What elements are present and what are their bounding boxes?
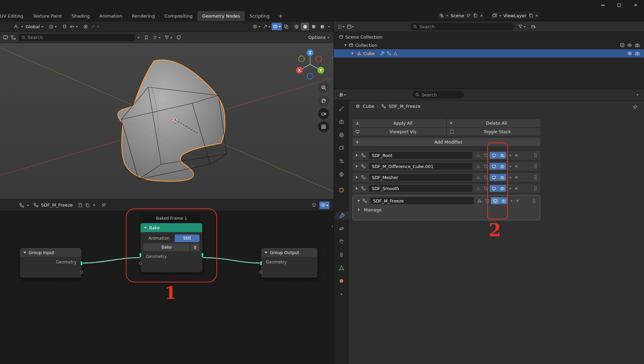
properties-editor-icon[interactable] xyxy=(339,92,344,97)
node-editor-icon[interactable] xyxy=(19,202,24,208)
mesh-triangle-icon[interactable] xyxy=(393,51,398,56)
apply-all-button[interactable]: Apply All xyxy=(352,119,446,127)
copy-icon[interactable] xyxy=(529,13,533,18)
bake-node-header[interactable]: Bake xyxy=(141,223,202,232)
geometry-input-socket[interactable] xyxy=(139,253,142,257)
tab-tool[interactable] xyxy=(334,105,349,113)
delete-modifier-button[interactable]: ✕ xyxy=(513,186,519,191)
geometry-output-socket[interactable] xyxy=(80,261,83,266)
modifier-row-sdf-smooth[interactable]: SDF_Smooth ✕ xyxy=(352,184,540,193)
geometry-output-socket[interactable] xyxy=(201,253,204,257)
window-close-button[interactable]: ✕ xyxy=(627,0,644,10)
modifier-row-sdf-difference[interactable]: SDF_M_Difference_Cube.001 ✕ xyxy=(352,162,540,171)
viewlayer-selector[interactable]: ViewLayer ✕ xyxy=(490,11,541,20)
bake-node[interactable]: Bake Animation Still Bake Geometry xyxy=(140,223,203,272)
screen-icon[interactable] xyxy=(3,35,8,40)
collapse-icon[interactable] xyxy=(356,199,361,203)
tab-uv-editing[interactable]: UV Editing xyxy=(0,11,28,21)
tab-animation[interactable]: Animation xyxy=(95,11,127,21)
bake-mode-still[interactable]: Still xyxy=(175,235,200,242)
modifier-row-sdf-mesher[interactable]: SDF_Mesher ✕ xyxy=(352,173,540,182)
expand-icon[interactable] xyxy=(352,52,355,55)
viewport-canvas[interactable]: Z X Y ‹ xyxy=(0,43,334,199)
modifier-row-sdf-m-freeze[interactable]: SDF_M_Freeze ✕ xyxy=(354,196,539,205)
delete-modifier-button[interactable]: ✕ xyxy=(514,199,521,203)
tab-output[interactable] xyxy=(334,131,349,139)
camera-view-button[interactable] xyxy=(318,108,329,119)
navigation-gizmo[interactable]: Z X Y xyxy=(292,46,329,84)
render-display-toggle[interactable] xyxy=(499,197,508,204)
scene-selector[interactable]: Scene ✕ xyxy=(437,11,485,20)
viewport-display-toggle[interactable] xyxy=(490,185,498,192)
tab-particles[interactable] xyxy=(334,238,349,246)
outliner-search[interactable] xyxy=(410,23,514,30)
gizmo-minus-z-ball[interactable] xyxy=(307,73,313,79)
filter-dropdown[interactable] xyxy=(164,35,172,40)
tab-render[interactable] xyxy=(334,118,349,126)
extras-dropdown[interactable] xyxy=(508,175,513,179)
snap-with-dropdown[interactable] xyxy=(70,24,78,29)
gizmo-minus-y-ball[interactable] xyxy=(299,56,305,62)
extras-dropdown[interactable] xyxy=(508,186,513,190)
viewport-display-toggle[interactable] xyxy=(491,197,499,204)
snap-magnet-icon[interactable] xyxy=(62,24,67,29)
tab-view-layer[interactable] xyxy=(334,144,349,152)
falloff-dropdown[interactable] xyxy=(91,24,99,29)
chevron-down-icon[interactable] xyxy=(352,26,354,29)
disable-render-camera-icon[interactable] xyxy=(635,43,640,48)
search-input[interactable] xyxy=(28,35,132,40)
collapse-icon[interactable] xyxy=(144,227,147,230)
search-input[interactable] xyxy=(421,92,461,97)
group-output-node[interactable]: Group Output Geometry xyxy=(261,248,318,278)
expand-icon[interactable] xyxy=(355,176,360,179)
shading-rendered-button[interactable] xyxy=(318,23,326,30)
window-minimize-button[interactable] xyxy=(594,0,611,10)
outliner-row-scene-collection[interactable]: Scene Collection xyxy=(334,33,644,41)
tab-world[interactable] xyxy=(334,170,349,178)
group-input-header[interactable]: Group Input xyxy=(20,248,81,257)
list-filter-dropdown[interactable] xyxy=(153,35,161,40)
hide-eye-icon[interactable] xyxy=(627,43,632,48)
tab-object[interactable] xyxy=(334,186,349,194)
delete-modifier-button[interactable]: ✕ xyxy=(513,153,519,158)
snap-magnet-icon[interactable] xyxy=(311,202,317,208)
edit-mode-toggle[interactable] xyxy=(482,174,490,181)
window-maximize-button[interactable] xyxy=(611,0,627,10)
proportional-editing-icon[interactable] xyxy=(83,24,88,29)
drag-handle[interactable] xyxy=(533,153,538,158)
tab-rendering[interactable]: Rendering xyxy=(127,11,160,21)
on-cage-toggle[interactable] xyxy=(474,163,482,170)
grid-toggle-button[interactable] xyxy=(318,121,329,132)
modifier-name-field[interactable]: SDF_Smooth xyxy=(369,185,472,192)
transform-orientation-dropdown[interactable]: Global xyxy=(25,24,43,29)
render-display-toggle[interactable] xyxy=(498,152,506,159)
bake-mode-animation[interactable]: Animation xyxy=(143,235,175,242)
modifier-wrench-icon[interactable] xyxy=(380,51,385,56)
virtual-input-socket[interactable] xyxy=(259,271,263,274)
breadcrumb-object[interactable]: Cube xyxy=(363,104,375,109)
viewport-display-toggle[interactable] xyxy=(490,174,498,181)
panel-collapse-arrow[interactable]: ‹ xyxy=(331,55,333,60)
tab-strip-overflow[interactable] xyxy=(334,290,349,298)
modifier-name-field[interactable]: SDF_Root xyxy=(369,152,472,159)
geometry-input-socket[interactable] xyxy=(260,261,262,266)
tab-material[interactable] xyxy=(334,277,349,285)
tab-scene[interactable] xyxy=(334,157,349,165)
expand-icon[interactable] xyxy=(344,44,347,48)
hierarchy-icon[interactable] xyxy=(11,35,16,40)
viewport-vis-button[interactable]: Viewport Vis xyxy=(352,128,446,136)
extras-dropdown[interactable] xyxy=(509,199,514,203)
expand-icon[interactable] xyxy=(355,187,360,190)
chevron-down-icon[interactable] xyxy=(27,205,29,207)
properties-search[interactable] xyxy=(412,91,464,98)
node-tree-name[interactable]: SDF_M_Freeze xyxy=(41,202,73,208)
tab-geometry-nodes[interactable]: Geometry Nodes xyxy=(197,11,245,21)
options-dropdown[interactable]: Options xyxy=(308,35,329,40)
tab-physics[interactable] xyxy=(334,225,349,233)
delete-all-button[interactable]: ✕Delete All xyxy=(447,119,541,127)
group-output-header[interactable]: Group Output xyxy=(261,248,317,257)
outliner-editor-icon[interactable] xyxy=(337,24,343,29)
drag-handle[interactable] xyxy=(533,164,538,169)
new-data-button[interactable] xyxy=(78,203,83,208)
tab-object-data[interactable] xyxy=(334,264,349,272)
